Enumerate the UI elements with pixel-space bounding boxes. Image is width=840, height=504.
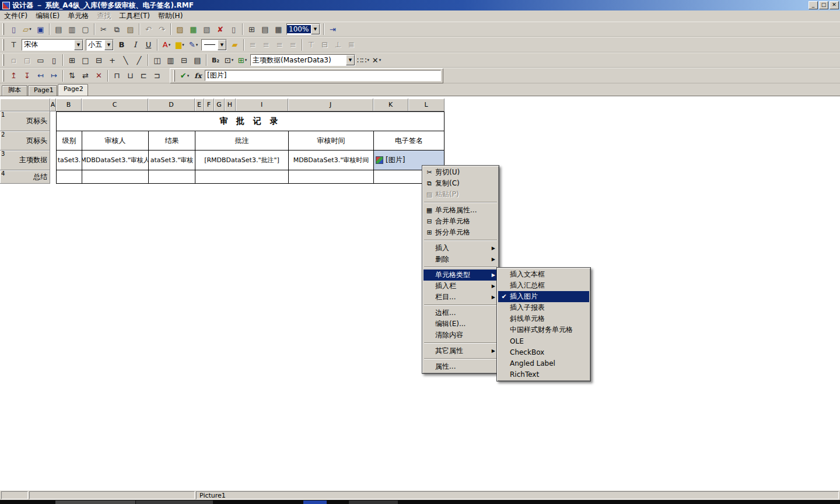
toolbar-gripper[interactable] <box>173 70 175 82</box>
print-button[interactable]: ▤ <box>52 23 65 36</box>
chevron-down-icon[interactable]: ▼ <box>311 24 320 34</box>
column-header[interactable]: D <box>148 99 195 111</box>
align-justify-button[interactable]: ≡ <box>286 38 300 51</box>
band-header-button[interactable]: ⊓ <box>110 69 124 82</box>
menu-item-edit[interactable]: 编辑(E)... <box>424 318 498 330</box>
tab-page1[interactable]: Page1 <box>28 85 57 96</box>
menu-item-cut[interactable]: ✂ 剪切(U) <box>424 167 498 178</box>
valign-top-button[interactable]: ⊤ <box>304 38 318 51</box>
menu-item-copy[interactable]: ⧉ 复制(C) <box>424 178 498 189</box>
valign-bottom-button[interactable]: ⊥ <box>331 38 345 51</box>
close-button[interactable]: ✕ <box>830 1 839 9</box>
data-cell-level[interactable]: taSet3. <box>56 150 82 170</box>
toolbar-gripper[interactable] <box>2 54 4 66</box>
valign-middle-button[interactable]: ⊟ <box>318 38 331 51</box>
menu-item-properties[interactable]: 属性... <box>424 361 498 372</box>
print-preview-button[interactable]: ▥ <box>65 23 79 36</box>
menu-file[interactable]: 文件(F) <box>0 10 32 22</box>
submenu-item-checkbox[interactable]: CheckBox <box>498 346 589 358</box>
italic-button[interactable]: I <box>128 38 142 51</box>
insert-row-after-button[interactable]: ↧ <box>20 69 34 82</box>
chevron-down-icon[interactable]: ▼ <box>346 55 355 65</box>
submenu-item-chinese-finance-cell[interactable]: 中国样式财务单元格 <box>498 324 589 335</box>
data-cell-auditor[interactable]: MDBDataSet3."审核人 <box>82 150 148 170</box>
column-header[interactable]: L <box>408 99 444 111</box>
move-cols-button[interactable]: ⇄ <box>79 69 92 82</box>
add-field-button[interactable]: ⊞ <box>236 54 249 66</box>
dataset-combo[interactable]: 主项数据(MasterData3) ▼ <box>250 54 355 66</box>
insert-band-button[interactable]: ▧ <box>200 23 214 36</box>
row-header-3[interactable]: 3 主项数据 <box>0 150 50 170</box>
submenu-item-diagonal-cell[interactable]: 斜线单元格 <box>498 313 589 324</box>
frame-style-3-button[interactable]: ▭ <box>34 54 47 66</box>
column-header[interactable]: K <box>373 99 408 111</box>
copy-button[interactable]: ⧉ <box>110 23 124 36</box>
row-header-2[interactable]: 2 页标头 <box>0 131 50 150</box>
frame-style-4-button[interactable]: ▯ <box>47 54 61 66</box>
empty-cell[interactable] <box>195 170 288 184</box>
data-cell-result[interactable]: ataSet3."审核 <box>148 150 195 170</box>
submenu-item-insert-textbox[interactable]: 插入文本框 <box>498 269 589 280</box>
insert-table-button[interactable]: ▦ <box>187 23 200 36</box>
border-all-button[interactable]: ⊞ <box>65 54 79 66</box>
header-cell-comment[interactable]: 批注 <box>195 131 288 150</box>
confirm-button[interactable]: ✔ <box>178 69 191 82</box>
paste-button[interactable]: ▨ <box>124 23 137 36</box>
empty-cell[interactable] <box>288 170 373 184</box>
design-canvas[interactable]: ABCDEFGHIJKL 1 页标头 2 页标头 3 主项数据 4 总结 审 批… <box>0 96 840 490</box>
menu-item-delete[interactable]: 删除 <box>424 254 498 265</box>
maximize-button[interactable]: □ <box>819 1 828 9</box>
chevron-down-icon[interactable]: ▼ <box>104 40 113 50</box>
bind-field-button[interactable]: B₂ <box>209 54 222 66</box>
formula-input[interactable] <box>205 70 441 81</box>
menu-item-cell-type[interactable]: 单元格类型 <box>424 270 498 281</box>
font-style-button[interactable]: T <box>7 38 20 51</box>
move-rows-button[interactable]: ⇅ <box>65 69 79 82</box>
menu-find[interactable]: 查找 <box>93 10 115 22</box>
font-color-button[interactable]: A <box>160 38 173 51</box>
undo-button[interactable]: ↶ <box>142 23 155 36</box>
show-grid-button[interactable]: ⊞ <box>245 23 258 36</box>
column-header[interactable]: J <box>288 99 373 111</box>
title-cell[interactable]: 审 批 记 录 <box>56 111 444 131</box>
submenu-item-ole[interactable]: OLE <box>498 335 589 346</box>
data-cell-comment[interactable]: [RMDBDataSet3."批注"] <box>195 150 288 170</box>
frame-style-1-button[interactable]: ▫ <box>7 54 20 66</box>
menu-edit[interactable]: 编辑(E) <box>32 10 64 22</box>
submenu-item-richtext[interactable]: RichText <box>498 369 589 380</box>
menu-item-paste[interactable]: ▨ 粘贴(P) <box>424 189 498 200</box>
insert-col-after-button[interactable]: ↦ <box>47 69 61 82</box>
border-diagonal-up-button[interactable]: ╱ <box>132 54 146 66</box>
align-left-button[interactable]: ≡ <box>246 38 260 51</box>
toolbar-gripper[interactable] <box>2 23 4 35</box>
field-browse-button[interactable]: ⊡ <box>222 54 236 66</box>
border-diagonal-down-button[interactable]: ╲ <box>119 54 132 66</box>
border-inner-h-button[interactable]: ⊟ <box>92 54 106 66</box>
split-vertical-button[interactable]: ▤ <box>191 54 204 66</box>
delete-cells-button[interactable]: ✕ <box>92 69 106 82</box>
fill-color-button[interactable]: ▆ <box>173 38 187 51</box>
line-color-button[interactable]: ✎ <box>187 38 200 51</box>
menu-item-columns[interactable]: 栏目... <box>424 292 498 303</box>
show-cells-button[interactable]: ▦ <box>272 23 285 36</box>
menu-item-clear-content[interactable]: 清除内容 <box>424 330 498 341</box>
border-cross-button[interactable]: + <box>106 54 119 66</box>
split-horizontal-button[interactable]: ▥ <box>164 54 177 66</box>
bold-button[interactable]: B <box>115 38 128 51</box>
submenu-item-insert-picture[interactable]: 插入图片 <box>498 291 589 302</box>
valign-justify-button[interactable]: ≣ <box>345 38 358 51</box>
align-center-button[interactable]: ≡ <box>260 38 273 51</box>
exit-designer-button[interactable]: ⇥ <box>326 23 340 36</box>
border-style-button[interactable]: ∷∷ <box>356 54 370 66</box>
empty-cell[interactable] <box>148 170 195 184</box>
grid-corner[interactable] <box>0 99 50 111</box>
insert-row-before-button[interactable]: ↥ <box>7 69 20 82</box>
band-left-button[interactable]: ⊏ <box>137 69 150 82</box>
chevron-down-icon[interactable]: ▼ <box>74 40 83 50</box>
menu-toolbars[interactable]: 工具栏(T) <box>115 10 154 22</box>
toolbar-gripper[interactable] <box>2 70 4 82</box>
cut-button[interactable]: ✂ <box>97 23 110 36</box>
header-cell-level[interactable]: 级别 <box>56 131 82 150</box>
zoom-combo[interactable]: 100% ▼ <box>286 23 320 35</box>
column-header[interactable]: E <box>195 99 204 111</box>
